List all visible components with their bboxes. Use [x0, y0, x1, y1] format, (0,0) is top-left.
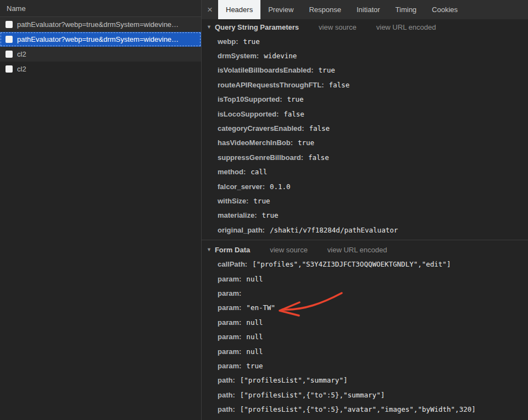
name-column-label: Name — [7, 4, 26, 13]
param-name: path: — [218, 405, 235, 413]
tab-preview[interactable]: Preview — [260, 0, 301, 19]
param-name: callPath: — [218, 260, 247, 268]
tab-initiator[interactable]: Initiator — [349, 0, 388, 19]
param-value: true — [298, 139, 314, 147]
tab-headers[interactable]: Headers — [218, 0, 260, 19]
param-value: true — [319, 66, 335, 74]
param-name: original_path: — [218, 226, 265, 234]
request-row[interactable]: pathEvaluator?webp=true&drmSystem=widevi… — [0, 17, 201, 32]
request-detail-pane: × HeadersPreviewResponseInitiatorTimingC… — [202, 0, 528, 420]
param-value: ["profilesList",{"to":5},"summary"] — [240, 391, 385, 399]
param-name: param: — [218, 347, 241, 356]
param-row: param:null — [202, 344, 528, 358]
param-value: 0.1.0 — [270, 183, 291, 191]
collapse-triangle-icon[interactable]: ▼ — [207, 247, 212, 252]
param-row: drmSystem:widevine — [202, 48, 528, 63]
request-row[interactable]: cl2 — [0, 62, 201, 76]
param-row: original_path:/shakti/v7f18284d/pathEval… — [202, 223, 528, 237]
param-value: false — [308, 153, 329, 162]
section-header: ▼Form Dataview sourceview URL encoded — [202, 242, 528, 257]
tabs-container: HeadersPreviewResponseInitiatorTimingCoo… — [218, 0, 465, 19]
param-row: param:true — [202, 358, 528, 373]
param-name: param: — [218, 303, 241, 312]
request-row[interactable]: cl2 — [0, 47, 201, 62]
param-row: withSize:true — [202, 194, 528, 208]
param-value: true — [253, 197, 270, 205]
param-value: true — [262, 211, 279, 219]
request-sidebar: Name pathEvaluator?webp=true&drmSystem=w… — [0, 0, 202, 420]
request-label: cl2 — [17, 65, 26, 73]
param-name: path: — [218, 376, 235, 384]
param-value: null — [246, 333, 263, 341]
param-row: path:["profilesList","summary"] — [202, 373, 528, 388]
param-name: method: — [218, 168, 246, 176]
file-icon — [5, 51, 13, 58]
file-icon — [5, 21, 13, 28]
param-value: call — [251, 168, 267, 176]
section-header: ▼Query String Parametersview sourceview … — [202, 20, 528, 34]
param-row: param:null — [202, 272, 528, 286]
detail-tabbar: × HeadersPreviewResponseInitiatorTimingC… — [202, 0, 528, 19]
param-value: true — [287, 95, 303, 103]
view-source-link[interactable]: view source — [270, 246, 308, 254]
param-value: ["profiles","S3Y4ZI3DJFCT3OQQWOEKTGNDLY"… — [252, 260, 451, 268]
request-row[interactable]: pathEvaluator?webp=true&drmSystem=widevi… — [0, 32, 201, 47]
param-row: falcor_server:0.1.0 — [202, 179, 528, 194]
section-title[interactable]: Form Data — [215, 246, 250, 254]
param-name: param: — [218, 275, 241, 283]
param-name: withSize: — [218, 197, 248, 205]
devtools-network-panel: Name pathEvaluator?webp=true&drmSystem=w… — [0, 0, 528, 420]
param-row: param:"en-TW" — [202, 301, 528, 315]
param-value: "en-TW" — [246, 303, 275, 312]
param-name: hasVideoMerchInBob: — [218, 139, 293, 147]
param-row: isTop10Supported:true — [202, 92, 528, 107]
param-name: isVolatileBillboardsEnabled: — [218, 66, 314, 74]
tab-cookies[interactable]: Cookies — [424, 0, 465, 19]
param-value: null — [246, 347, 263, 356]
section-divider — [202, 240, 528, 240]
param-row: param: — [202, 286, 528, 300]
param-row: param:null — [202, 315, 528, 329]
param-row: routeAPIRequestsThroughFTL:false — [202, 78, 528, 92]
file-icon — [5, 36, 13, 43]
param-row: isVolatileBillboardsEnabled:true — [202, 63, 528, 78]
param-row: path:["profilesList",{"to":5},"avatar","… — [202, 402, 528, 416]
param-name: falcor_server: — [218, 183, 265, 191]
param-value: null — [246, 275, 263, 283]
param-name: routeAPIRequestsThroughFTL: — [218, 81, 324, 89]
view-url-encoded-link[interactable]: view URL encoded — [327, 246, 387, 254]
param-value: false — [284, 110, 304, 118]
param-row: method:call — [202, 165, 528, 179]
param-row: suppressGenreBillboard:false — [202, 150, 528, 164]
headers-content: ▼Query String Parametersview sourceview … — [202, 19, 528, 420]
request-label: cl2 — [17, 50, 26, 58]
param-name: webp: — [218, 37, 238, 46]
param-row: materialize:true — [202, 208, 528, 223]
param-row: callPath:["profiles","S3Y4ZI3DJFCT3OQQWO… — [202, 257, 528, 271]
param-value: /shakti/v7f18284d/pathEvaluator — [270, 226, 398, 234]
param-name: categoryCraversEnabled: — [218, 124, 304, 132]
param-row: webp:true — [202, 34, 528, 48]
param-value: true — [243, 37, 260, 46]
view-url-encoded-link[interactable]: view URL encoded — [376, 23, 436, 31]
param-name: suppressGenreBillboard: — [218, 153, 303, 162]
param-value: false — [309, 124, 330, 132]
param-name: param: — [218, 289, 241, 297]
param-value: ["profilesList",{"to":5},"avatar","image… — [240, 405, 476, 413]
view-source-link[interactable]: view source — [319, 23, 357, 31]
name-column-header[interactable]: Name — [0, 0, 201, 17]
param-value: ["profilesList","summary"] — [240, 376, 348, 384]
request-list: pathEvaluator?webp=true&drmSystem=widevi… — [0, 17, 201, 76]
param-name: param: — [218, 362, 241, 370]
request-label: pathEvaluator?webp=true&drmSystem=widevi… — [17, 20, 179, 29]
tab-timing[interactable]: Timing — [388, 0, 425, 19]
tab-response[interactable]: Response — [301, 0, 349, 19]
param-name: materialize: — [218, 211, 257, 219]
param-row: isLocoSupported:false — [202, 107, 528, 121]
close-icon[interactable]: × — [202, 0, 218, 19]
collapse-triangle-icon[interactable]: ▼ — [207, 24, 212, 30]
param-name: param: — [218, 318, 241, 327]
section-title[interactable]: Query String Parameters — [215, 23, 299, 31]
param-row: categoryCraversEnabled:false — [202, 121, 528, 135]
param-row: path:["profilesList",{"to":5},"summary"] — [202, 388, 528, 402]
